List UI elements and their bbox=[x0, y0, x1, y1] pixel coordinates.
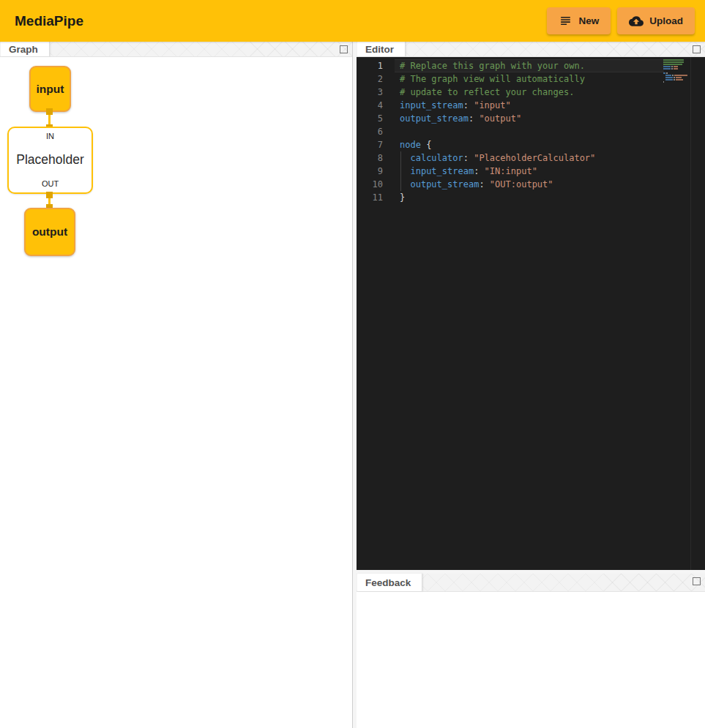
subject-icon bbox=[559, 14, 572, 28]
graph-node-output[interactable]: output bbox=[24, 208, 75, 256]
code-editor[interactable]: 1# Replace this graph with your own.2# T… bbox=[357, 57, 705, 570]
code-lines: 1# Replace this graph with your own.2# T… bbox=[357, 59, 705, 204]
node-label: output bbox=[32, 225, 67, 239]
tab-graph-label: Graph bbox=[9, 44, 38, 55]
minimap-line bbox=[663, 75, 690, 76]
minimap-line bbox=[663, 70, 690, 72]
maximize-icon[interactable] bbox=[693, 45, 701, 53]
graph-panel: Graph input IN Placeholder OUT output bbox=[0, 42, 353, 728]
line-number: 6 bbox=[357, 125, 383, 138]
tab-feedback[interactable]: Feedback bbox=[357, 574, 422, 591]
code-line[interactable]: 11} bbox=[357, 191, 705, 204]
edge-connector-dot bbox=[46, 108, 53, 115]
line-number: 2 bbox=[357, 72, 383, 86]
line-number: 10 bbox=[357, 178, 383, 191]
minimap[interactable] bbox=[663, 59, 690, 83]
code-line[interactable]: 5output_stream: "output" bbox=[357, 112, 705, 125]
graph-node-placeholder[interactable]: IN Placeholder OUT bbox=[7, 127, 93, 194]
code-text: input_stream: "input" bbox=[400, 99, 511, 112]
output-port-label: OUT bbox=[42, 179, 59, 188]
line-number: 9 bbox=[357, 165, 383, 178]
code-text: # The graph view will automatically bbox=[400, 72, 585, 86]
input-port-label: IN bbox=[46, 132, 54, 140]
maximize-icon[interactable] bbox=[340, 45, 348, 53]
new-button[interactable]: New bbox=[547, 7, 611, 34]
app-title: MediaPipe bbox=[15, 13, 83, 29]
header-actions: New Upload bbox=[547, 7, 695, 34]
code-text: output_stream: "OUT:output" bbox=[400, 178, 553, 191]
tab-editor-label: Editor bbox=[365, 44, 394, 55]
code-line[interactable]: 3# update to reflect your changes. bbox=[357, 86, 705, 99]
line-number: 8 bbox=[357, 151, 383, 165]
graph-node-input[interactable]: input bbox=[29, 66, 71, 112]
code-line[interactable]: 7node { bbox=[357, 138, 705, 151]
editor-panel: Editor 1# Replace this graph with your o… bbox=[357, 42, 705, 570]
code-text: # Replace this graph with your own. bbox=[400, 59, 585, 72]
minimap-line bbox=[663, 61, 690, 63]
minimap-line bbox=[663, 68, 690, 70]
tab-feedback-label: Feedback bbox=[365, 577, 411, 588]
minimap-line bbox=[663, 77, 690, 78]
line-number: 1 bbox=[357, 59, 383, 72]
app-header: MediaPipe New Upload bbox=[0, 0, 705, 42]
minimap-line bbox=[663, 81, 690, 83]
feedback-panel: Feedback bbox=[357, 574, 705, 728]
graph-canvas[interactable]: input IN Placeholder OUT output bbox=[0, 57, 352, 728]
feedback-tabstrip: Feedback bbox=[357, 574, 705, 592]
new-button-label: New bbox=[578, 15, 599, 26]
minimap-line bbox=[663, 59, 690, 61]
minimap-line bbox=[663, 66, 690, 67]
code-line[interactable]: 9 input_stream: "IN:input" bbox=[357, 165, 705, 178]
code-line[interactable]: 2# The graph view will automatically bbox=[357, 72, 705, 86]
code-line[interactable]: 10 output_stream: "OUT:output" bbox=[357, 178, 705, 191]
upload-button[interactable]: Upload bbox=[617, 7, 695, 34]
maximize-icon[interactable] bbox=[693, 577, 701, 585]
code-text: output_stream: "output" bbox=[400, 112, 521, 125]
line-number: 4 bbox=[357, 99, 383, 112]
code-text: } bbox=[400, 191, 405, 204]
minimap-line bbox=[663, 79, 690, 80]
code-text: # update to reflect your changes. bbox=[400, 86, 574, 99]
code-line[interactable]: 8 calculator: "PlaceholderCalculator" bbox=[357, 151, 705, 165]
code-text: node { bbox=[400, 138, 431, 151]
minimap-line bbox=[663, 64, 690, 65]
code-line[interactable]: 1# Replace this graph with your own. bbox=[357, 59, 705, 72]
node-label: Placeholder bbox=[16, 152, 83, 168]
edge-connector-dot bbox=[46, 192, 53, 198]
tab-graph[interactable]: Graph bbox=[1, 42, 50, 56]
line-number: 7 bbox=[357, 138, 383, 151]
graph-tabstrip: Graph bbox=[0, 42, 352, 57]
line-number: 11 bbox=[357, 191, 383, 204]
code-text: calculator: "PlaceholderCalculator" bbox=[400, 151, 595, 165]
code-line[interactable]: 4input_stream: "input" bbox=[357, 99, 705, 112]
editor-tabstrip: Editor bbox=[357, 42, 705, 57]
line-number: 5 bbox=[357, 112, 383, 125]
cloud-upload-icon bbox=[629, 14, 644, 29]
editor-scrollbar[interactable] bbox=[690, 57, 705, 570]
feedback-content bbox=[357, 592, 705, 728]
minimap-line bbox=[663, 72, 690, 74]
node-label: input bbox=[37, 83, 64, 96]
code-text: input_stream: "IN:input" bbox=[400, 165, 537, 178]
upload-button-label: Upload bbox=[649, 15, 683, 26]
line-number: 3 bbox=[357, 86, 383, 99]
code-line[interactable]: 6 bbox=[357, 125, 705, 138]
tab-editor[interactable]: Editor bbox=[357, 42, 406, 56]
